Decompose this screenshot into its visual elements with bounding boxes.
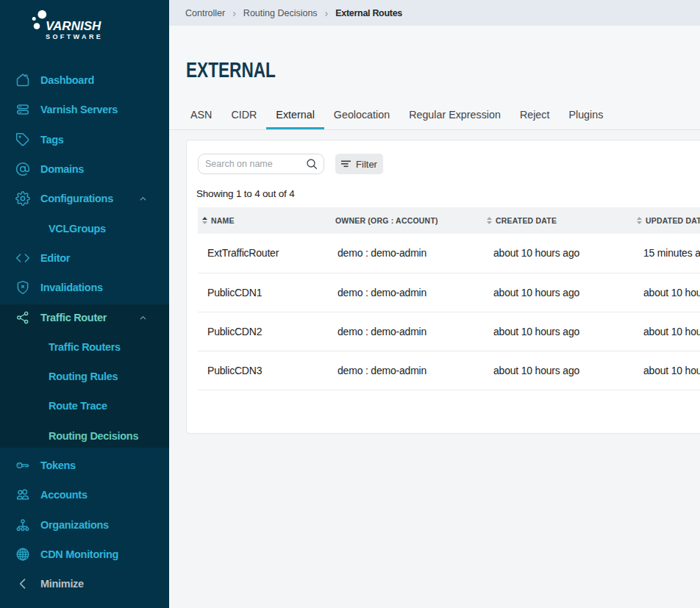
svg-text:SOFTWARE: SOFTWARE [46, 33, 103, 40]
svg-text:VARNISH: VARNISH [46, 19, 101, 33]
